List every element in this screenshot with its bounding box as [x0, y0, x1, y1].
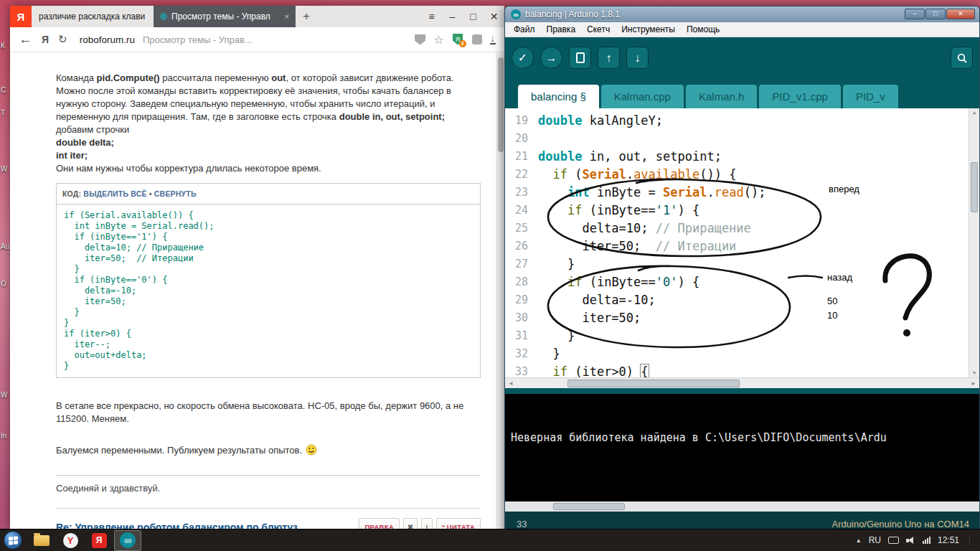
protect-extension-icon[interactable]: Я 3	[452, 34, 464, 46]
editor-vertical-scrollbar[interactable]: ▲ ▼	[969, 108, 979, 377]
scrollbar-thumb[interactable]	[971, 162, 978, 212]
browser-maximize-button[interactable]: □	[463, 11, 484, 22]
browser-toolbar: ← Я ↻ roboforum.ruПросмотр темы - Управ.…	[10, 27, 504, 52]
minimize-button[interactable]: –	[905, 9, 925, 19]
desktop-icon-label[interactable]: T	[1, 109, 5, 117]
ide-tab-2[interactable]: Kalman.cpp	[601, 85, 684, 108]
ide-tab-1[interactable]: balancing §	[518, 85, 599, 108]
ide-menubar: ФайлПравкаСкетчИнструментыПомощь	[505, 22, 979, 37]
scrollbar-thumb[interactable]	[498, 57, 504, 152]
tab-close-icon[interactable]: ×	[285, 12, 289, 21]
hidden-icons-arrow[interactable]: ▲	[856, 537, 862, 544]
show-desktop-button[interactable]	[969, 535, 974, 545]
ide-titlebar[interactable]: ∞ balancing | Arduino 1.8.1 – □ ✕	[505, 6, 979, 22]
console-scrollbar[interactable]	[505, 501, 979, 512]
new-tab-button[interactable]: +	[296, 6, 317, 27]
scroll-right-arrow[interactable]: ►	[971, 380, 976, 387]
taskbar-explorer[interactable]	[28, 530, 55, 551]
browser-minimize-button[interactable]: –	[442, 11, 463, 22]
maximize-button[interactable]: □	[925, 9, 946, 19]
extension-icon[interactable]	[472, 34, 482, 44]
upload-button[interactable]: →	[540, 47, 562, 69]
address-bar[interactable]: roboforum.ruПросмотр темы - Управ...	[80, 34, 253, 45]
bookmark-star-icon[interactable]: ☆	[433, 33, 443, 47]
close-button[interactable]: ✕	[946, 9, 975, 19]
line-number: 23	[505, 186, 538, 199]
collapse-link[interactable]: СВЕРНУТЬ	[154, 189, 197, 198]
ide-tab-4[interactable]: PID_v1.cpp	[759, 85, 841, 108]
quote-button[interactable]: “ЦИТАТА	[436, 518, 481, 529]
save-button[interactable]: ↓	[626, 47, 649, 69]
scrollbar-thumb[interactable]	[553, 503, 625, 510]
text-segment: double delta;	[56, 137, 114, 148]
line-number: 20	[505, 132, 538, 145]
editor-line-30: 30 iter=50;	[505, 309, 979, 326]
yandex-logo-icon[interactable]: Я	[10, 6, 32, 27]
forum-post-body: Команда pid.Compute() рассчитала перемен…	[56, 72, 481, 529]
volume-icon[interactable]	[906, 537, 915, 545]
open-button[interactable]: ↑	[598, 47, 620, 69]
reload-button[interactable]: ↻	[58, 33, 67, 46]
browser-window: Я различие раскладка клави Просмотр темы…	[10, 6, 504, 529]
back-button[interactable]: ←	[19, 32, 32, 47]
verify-button[interactable]: ✓	[512, 47, 534, 69]
line-code: if (inByte=='1') {	[538, 203, 699, 217]
taskbar-yandex[interactable]: Y	[57, 530, 84, 551]
taskbar-yandex-browser[interactable]: Я	[85, 530, 113, 551]
ide-menu-5[interactable]: Помощь	[681, 23, 725, 36]
browser-close-button[interactable]: ✕	[484, 11, 504, 22]
serial-monitor-button[interactable]	[951, 47, 973, 69]
desktop-icon-label[interactable]: C	[1, 86, 6, 94]
ide-menu-4[interactable]: Инструменты	[616, 23, 681, 36]
ide-tab-3[interactable]: Kalman.h	[686, 85, 757, 108]
toolbar-extensions: ☆ Я 3 ↓	[415, 33, 496, 47]
ide-tab-5[interactable]: PID_v	[843, 85, 898, 108]
clock[interactable]: 12:51	[938, 535, 959, 545]
extension-shield-icon[interactable]	[415, 34, 425, 45]
desktop-icon-label[interactable]: W	[1, 391, 7, 399]
scrollbar-thumb[interactable]	[567, 380, 740, 387]
tab-label: Просмотр темы - Управл	[171, 11, 270, 22]
editor-line-24: 24 if (inByte=='1') {	[505, 201, 979, 219]
desktop-icon-label[interactable]: In	[1, 432, 6, 440]
editor-horizontal-scrollbar[interactable]: ◄ ►	[505, 377, 979, 388]
download-icon[interactable]: ↓	[490, 34, 496, 44]
select-all-link[interactable]: ВЫДЕЛИТЬ ВСЁ	[83, 189, 146, 198]
editor-line-26: 26 iter=50; // Итерации	[505, 237, 979, 255]
new-sketch-button[interactable]	[569, 47, 591, 69]
scroll-down-arrow[interactable]: ▼	[969, 370, 979, 376]
page-title: Просмотр темы - Управ...	[143, 34, 253, 45]
language-indicator[interactable]: RU	[869, 535, 881, 545]
start-button[interactable]	[4, 531, 22, 550]
editor-line-21: 21double in, out, setpoint;	[505, 147, 979, 165]
desktop-icon-label[interactable]: О	[1, 280, 6, 288]
document-icon	[576, 52, 585, 63]
browser-menu-icon[interactable]: ≡	[421, 11, 442, 22]
yandex-button[interactable]: Я	[42, 34, 49, 45]
report-button[interactable]: !	[421, 518, 432, 529]
line-code: double kalAngleY;	[538, 113, 663, 128]
ide-menu-3[interactable]: Скетч	[581, 23, 616, 36]
browser-scrollbar[interactable]	[496, 53, 504, 529]
separator-dot: •	[149, 189, 152, 198]
code-editor[interactable]: 19double kalAngleY;2021double in, out, s…	[505, 108, 979, 377]
network-icon[interactable]	[923, 537, 930, 544]
desktop-icon-label[interactable]: Au	[1, 242, 9, 250]
desktop-screen: КCTWAuОWIn Я различие раскладка клави Пр…	[0, 0, 980, 551]
taskbar-arduino[interactable]: ∞	[114, 530, 141, 551]
desktop-icon-label[interactable]: К	[1, 42, 5, 50]
scroll-up-arrow[interactable]: ▲	[969, 110, 979, 116]
browser-tab-2-active[interactable]: Просмотр темы - Управл ×	[154, 6, 296, 27]
ide-menu-1[interactable]: Файл	[508, 23, 541, 36]
line-code: double in, out, setpoint;	[538, 149, 722, 164]
desktop-icon-label[interactable]: W	[1, 165, 7, 173]
post-title-link[interactable]: Re: Управление роботом балансиром по блю…	[56, 521, 355, 529]
delete-button[interactable]: ✖	[403, 518, 418, 529]
forum-code-block: КОД: ВЫДЕЛИТЬ ВСЁ • СВЕРНУТЬ if (Serial.…	[56, 183, 481, 378]
ide-console[interactable]: Неверная библиотека найдена в C:\Users\D…	[505, 394, 979, 501]
scroll-left-arrow[interactable]: ◄	[508, 380, 514, 387]
keyboard-icon[interactable]	[888, 537, 899, 544]
edit-button[interactable]: ПРАВКА	[359, 518, 400, 529]
browser-tab-1[interactable]: различие раскладка клави	[32, 6, 154, 27]
ide-menu-2[interactable]: Правка	[541, 23, 582, 36]
